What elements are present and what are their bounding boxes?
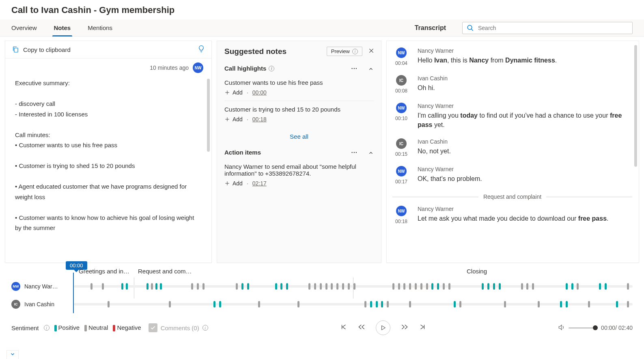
sentiment-tick[interactable] [605,283,607,290]
transcript-message[interactable]: NW 00:18 Nancy Warner Let me ask you wha… [392,202,632,230]
sentiment-tick[interactable] [314,283,316,290]
sentiment-tick[interactable] [155,283,157,290]
transcript-message[interactable]: NW 00:04 Nancy Warner Hello Ivan, this i… [392,44,632,72]
sentiment-tick[interactable] [258,301,260,307]
sentiment-tick[interactable] [102,283,104,290]
sentiment-tick[interactable] [499,283,501,290]
transcript-message[interactable]: IC 00:08 Ivan Cashin Oh hi. [392,72,632,99]
sentiment-tick[interactable] [409,283,411,290]
sentiment-tick[interactable] [236,283,238,290]
info-icon[interactable]: i [44,325,50,331]
sentiment-tick[interactable] [627,301,629,307]
sentiment-tick[interactable] [169,301,171,307]
skip-end-button[interactable] [419,323,426,332]
sentiment-tick[interactable] [532,283,534,290]
sentiment-tick[interactable] [493,283,495,290]
tab-overview[interactable]: Overview [11,19,37,36]
fast-forward-button[interactable] [401,323,408,332]
sentiment-tick[interactable] [121,283,123,290]
speaker-track[interactable]: IC Ivan Cashin [11,295,633,313]
sentiment-tick[interactable] [160,283,162,290]
sentiment-tick[interactable] [482,283,484,290]
sentiment-tick[interactable] [588,301,590,307]
action-timestamp-link[interactable]: 02:17 [252,180,267,187]
sentiment-tick[interactable] [219,301,221,307]
sentiment-tick[interactable] [521,283,523,290]
sentiment-tick[interactable] [202,283,205,290]
expand-notes-button[interactable] [6,350,19,359]
tab-mentions[interactable]: Mentions [88,19,112,36]
sentiment-tick[interactable] [487,283,489,290]
collapse-actions-button[interactable] [368,149,374,156]
sentiment-tick[interactable] [308,283,310,290]
sentiment-tick[interactable] [599,283,601,290]
skip-start-button[interactable] [340,323,347,332]
notes-body[interactable]: Executive summary: - discovery call- Int… [5,75,211,262]
add-highlight-button[interactable]: Add [224,89,243,96]
sentiment-tick[interactable] [560,301,562,307]
sentiment-tick[interactable] [247,283,249,290]
transcript-message[interactable]: NW 00:17 Nancy Warner OK, that's no prob… [392,163,632,190]
sentiment-tick[interactable] [437,283,439,290]
sentiment-tick[interactable] [320,283,322,290]
sentiment-tick[interactable] [151,283,153,290]
preview-badge[interactable]: Preview i [327,47,362,56]
sentiment-tick[interactable] [538,301,540,307]
sentiment-tick[interactable] [370,301,372,307]
close-suggested-button[interactable] [368,47,375,56]
sentiment-tick[interactable] [331,283,333,290]
transcript-scrollbar[interactable] [634,45,637,167]
sentiment-tick[interactable] [409,301,411,307]
sentiment-tick[interactable] [342,283,344,290]
notes-scrollbar[interactable] [207,79,210,152]
sentiment-tick[interactable] [443,283,445,290]
sentiment-tick[interactable] [381,301,383,307]
sentiment-tick[interactable] [431,283,433,290]
sentiment-tick[interactable] [336,283,338,290]
transcript-message[interactable]: IC 00:15 Ivan Cashin No, not yet. [392,135,632,163]
sentiment-tick[interactable] [571,283,573,290]
highlights-more-button[interactable] [351,65,358,72]
copy-to-clipboard-button[interactable]: Copy to clipboard [12,46,71,53]
comments-toggle[interactable]: Comments (0) i [149,323,208,332]
sentiment-tick[interactable] [415,283,417,290]
sentiment-tick[interactable] [448,283,450,290]
highlight-timestamp-link[interactable]: 00:00 [252,89,267,96]
tab-notes[interactable]: Notes [54,19,71,36]
collapse-highlights-button[interactable] [368,65,374,72]
sentiment-tick[interactable] [426,283,428,290]
sentiment-tick[interactable] [191,283,193,290]
actions-more-button[interactable] [351,149,358,156]
volume-icon[interactable] [558,324,565,332]
sentiment-tick[interactable] [353,283,355,290]
sentiment-tick[interactable] [398,283,400,290]
sentiment-tick[interactable] [108,301,110,307]
search-box[interactable] [462,22,633,34]
sentiment-tick[interactable] [280,283,282,290]
suggestions-bulb-icon[interactable] [198,45,205,54]
sentiment-tick[interactable] [126,283,128,290]
sentiment-tick[interactable] [504,301,506,307]
sentiment-tick[interactable] [325,283,327,290]
sentiment-tick[interactable] [376,301,378,307]
sentiment-tick[interactable] [90,283,93,290]
sentiment-tick[interactable] [403,283,405,290]
add-highlight-button[interactable]: Add [224,116,243,123]
sentiment-tick[interactable] [459,301,461,307]
sentiment-tick[interactable] [454,301,456,307]
sentiment-tick[interactable] [566,301,568,307]
play-button[interactable] [376,320,390,335]
see-all-highlights-link[interactable]: See all [224,127,374,142]
highlight-timestamp-link[interactable]: 00:18 [252,116,267,123]
sentiment-tick[interactable] [627,283,629,290]
sentiment-tick[interactable] [616,301,618,307]
sentiment-tick[interactable] [286,283,288,290]
info-icon[interactable]: i [269,66,274,71]
sentiment-tick[interactable] [364,301,366,307]
sentiment-tick[interactable] [297,301,299,307]
sentiment-tick[interactable] [387,301,389,307]
sentiment-tick[interactable] [392,283,394,290]
rewind-button[interactable] [358,323,365,332]
sentiment-tick[interactable] [348,283,350,290]
sentiment-tick[interactable] [213,301,215,307]
